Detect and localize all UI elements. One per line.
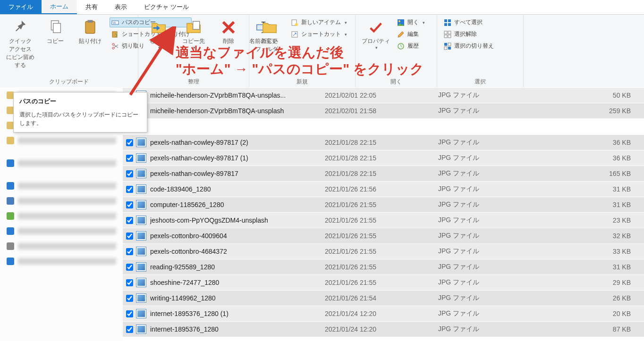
file-checkbox[interactable] bbox=[126, 279, 133, 286]
file-size: 33 KB bbox=[523, 248, 644, 255]
tab-share[interactable]: 共有 bbox=[77, 0, 106, 14]
file-checkbox[interactable] bbox=[126, 155, 133, 162]
group-header[interactable]: 週 (14) bbox=[123, 118, 644, 134]
file-size: 31 KB bbox=[523, 185, 644, 193]
group-label-select: 選択 bbox=[440, 77, 520, 88]
tab-file[interactable]: ファイル bbox=[0, 0, 42, 14]
file-size: 36 KB bbox=[523, 154, 644, 162]
group-label-open: 開く bbox=[358, 77, 434, 88]
file-name: micheile-henderson-ZVprbBmT8QA-unsplash bbox=[150, 107, 325, 115]
open-button[interactable]: 開く▾ bbox=[395, 17, 427, 27]
file-checkbox[interactable] bbox=[126, 217, 133, 224]
select-none-button[interactable]: 選択解除 bbox=[442, 29, 496, 39]
file-checkbox[interactable] bbox=[126, 264, 133, 271]
file-name: jeshoots-com-PpYOQgsZDM4-unsplash bbox=[150, 216, 325, 224]
file-icon bbox=[136, 231, 146, 241]
file-name: pexels-nathan-cowley-897817 bbox=[150, 170, 325, 177]
file-name: code-1839406_1280 bbox=[150, 185, 325, 193]
select-none-icon bbox=[444, 31, 451, 38]
edit-icon bbox=[397, 31, 405, 38]
svg-point-15 bbox=[398, 20, 400, 22]
new-shortcut-button[interactable]: ショートカット▾ bbox=[289, 29, 349, 39]
file-date: 2021/01/26 21:55 bbox=[325, 201, 438, 208]
file-size: 87 KB bbox=[523, 325, 644, 333]
file-checkbox[interactable] bbox=[126, 310, 133, 317]
file-checkbox[interactable] bbox=[126, 248, 133, 255]
file-row[interactable]: pexels-cottonbro-4009604 2021/01/26 21:5… bbox=[123, 228, 644, 243]
file-type: JPG ファイル bbox=[438, 294, 523, 302]
file-checkbox[interactable] bbox=[126, 233, 133, 240]
svg-rect-3 bbox=[87, 20, 93, 23]
file-row[interactable]: writing-1149962_1280 2021/01/26 21:54 JP… bbox=[123, 290, 644, 306]
shortcut-icon bbox=[291, 31, 298, 38]
file-date: 2021/01/26 21:55 bbox=[325, 216, 438, 224]
file-checkbox[interactable] bbox=[126, 326, 133, 333]
copy-icon bbox=[47, 19, 63, 35]
file-checkbox[interactable] bbox=[126, 295, 133, 302]
file-icon bbox=[136, 293, 146, 303]
file-row[interactable]: pexels-cottonbro-4684372 2021/01/26 21:5… bbox=[123, 243, 644, 259]
shortcut-paste-icon bbox=[111, 31, 119, 38]
invert-selection-button[interactable]: 選択の切り替え bbox=[442, 41, 496, 51]
file-checkbox[interactable] bbox=[126, 139, 133, 146]
file-type: JPG ファイル bbox=[438, 138, 523, 147]
file-row[interactable]: code-1839406_1280 2021/01/26 21:56 JPG フ… bbox=[123, 181, 644, 197]
select-all-button[interactable]: すべて選択 bbox=[442, 17, 496, 27]
file-date: 2021/01/28 22:15 bbox=[325, 170, 438, 177]
file-type: JPG ファイル bbox=[438, 278, 523, 287]
file-row[interactable]: micheile-henderson-ZVprbBmT8QA-unsplash … bbox=[123, 103, 644, 118]
svg-rect-23 bbox=[444, 35, 447, 38]
file-type: JPG ファイル bbox=[438, 309, 523, 318]
file-row[interactable]: jeshoots-com-PpYOQgsZDM4-unsplash 2021/0… bbox=[123, 212, 644, 228]
file-date: 2021/01/26 21:56 bbox=[325, 185, 438, 193]
file-row[interactable]: pexels-nathan-cowley-897817 (2) 2021/01/… bbox=[123, 134, 644, 150]
file-row[interactable]: reading-925589_1280 2021/01/26 21:55 JPG… bbox=[123, 259, 644, 274]
file-row[interactable]: internet-1895376_1280 (1) 2021/01/24 12:… bbox=[123, 306, 644, 321]
file-row[interactable]: micheile-henderson-ZVprbBmT8QA-unsplas..… bbox=[123, 87, 644, 103]
file-type: JPG ファイル bbox=[438, 169, 523, 178]
group-label-new: 新規 bbox=[252, 77, 352, 88]
file-size: 23 KB bbox=[523, 216, 644, 224]
file-row[interactable]: computer-1185626_1280 2021/01/26 21:55 J… bbox=[123, 197, 644, 212]
svg-rect-22 bbox=[448, 31, 451, 34]
svg-rect-9 bbox=[193, 21, 200, 29]
file-row[interactable]: pexels-nathan-cowley-897817 (1) 2021/01/… bbox=[123, 150, 644, 166]
file-size: 32 KB bbox=[523, 232, 644, 240]
file-date: 2021/02/01 21:58 bbox=[325, 107, 438, 115]
svg-rect-24 bbox=[448, 35, 451, 38]
file-list[interactable]: micheile-henderson-ZVprbBmT8QA-unsplas..… bbox=[123, 87, 644, 341]
file-row[interactable]: internet-1895376_1280 2021/01/24 12:20 J… bbox=[123, 321, 644, 337]
invert-icon bbox=[444, 42, 451, 50]
file-name: writing-1149962_1280 bbox=[150, 294, 325, 302]
file-date: 2021/01/28 22:15 bbox=[325, 154, 438, 162]
tab-picture-tools[interactable]: ピクチャ ツール bbox=[136, 0, 197, 14]
edit-button[interactable]: 編集 bbox=[395, 29, 427, 39]
tab-view[interactable]: 表示 bbox=[106, 0, 136, 14]
folder-move-icon bbox=[151, 19, 167, 35]
file-name: pexels-nathan-cowley-897817 (2) bbox=[150, 139, 325, 146]
file-checkbox[interactable] bbox=[126, 170, 133, 177]
svg-rect-20 bbox=[448, 23, 451, 26]
new-item-button[interactable]: 新しいアイテム▾ bbox=[289, 17, 349, 27]
file-size: 165 KB bbox=[523, 170, 644, 177]
group-label-organize: 整理 bbox=[141, 77, 246, 88]
file-date: 2021/01/28 22:15 bbox=[325, 139, 438, 146]
file-checkbox[interactable] bbox=[126, 186, 133, 193]
tab-home[interactable]: ホーム bbox=[42, 0, 77, 14]
file-icon bbox=[136, 262, 146, 272]
svg-rect-17 bbox=[444, 19, 447, 22]
file-icon bbox=[136, 138, 146, 147]
file-name: pexels-nathan-cowley-897817 (1) bbox=[150, 154, 325, 162]
file-name: shoeshine-72477_1280 bbox=[150, 279, 325, 286]
file-row[interactable]: shoeshine-72477_1280 2021/01/26 21:55 JP… bbox=[123, 274, 644, 290]
file-checkbox[interactable] bbox=[126, 201, 133, 208]
file-size: 26 KB bbox=[523, 294, 644, 302]
pin-icon bbox=[12, 19, 28, 35]
file-row[interactable]: pexels-nathan-cowley-897817 2021/01/28 2… bbox=[123, 166, 644, 181]
paste-button[interactable]: 貼り付け bbox=[73, 17, 108, 45]
svg-rect-27 bbox=[444, 47, 447, 50]
pin-to-quick-access-button[interactable]: クイック アクセス にピン留めする bbox=[3, 17, 38, 69]
copy-button[interactable]: コピー bbox=[38, 17, 73, 45]
tooltip-copy-path: パスのコピー 選択した項目のパスをクリップボードにコピーします。 bbox=[13, 92, 147, 133]
move-to-button[interactable]: 移動先▾ bbox=[141, 17, 176, 50]
